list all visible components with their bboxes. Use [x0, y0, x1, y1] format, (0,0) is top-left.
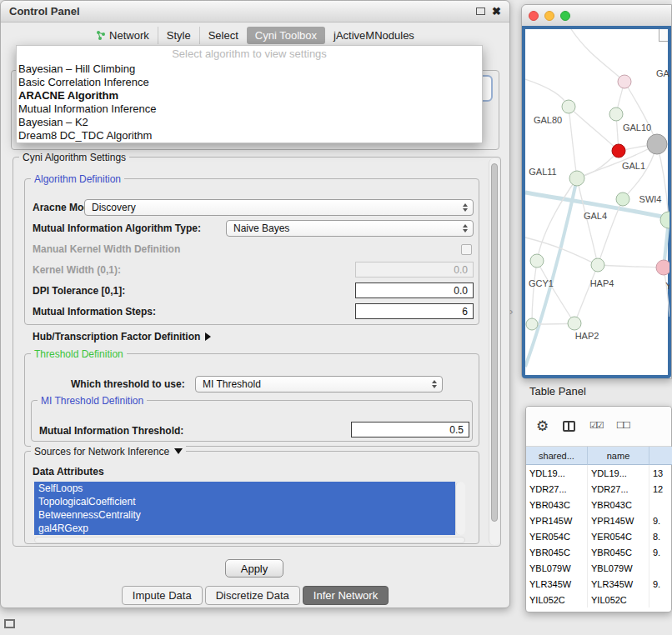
sources-group-title[interactable]: Sources for Network Inference	[31, 446, 186, 458]
column-header-partial[interactable]	[649, 447, 672, 465]
network-node[interactable]	[656, 260, 669, 275]
algorithm-option[interactable]: Dream8 DC_TDC Algorithm	[17, 129, 482, 142]
select-all-rows-icon[interactable]: ☑☑	[589, 420, 603, 431]
mi-threshold-input[interactable]: 0.5	[351, 422, 469, 438]
attribute-list-hscrollbar[interactable]	[34, 537, 465, 543]
cell-shared[interactable]: YIL052C	[526, 592, 588, 608]
algorithm-option[interactable]: Bayesian – K2	[17, 116, 482, 129]
tab-select[interactable]: Select	[199, 27, 247, 44]
dpi-tolerance-input[interactable]: 0.0	[355, 282, 474, 298]
cell-name[interactable]: YBR045C	[588, 544, 649, 560]
cell-shared[interactable]: YBL079W	[526, 560, 588, 576]
network-node[interactable]	[609, 108, 623, 121]
cell-name[interactable]: YPR145W	[588, 512, 649, 528]
node-label: GCY1	[529, 278, 554, 288]
zoom-window-icon[interactable]	[560, 11, 570, 21]
cell-name[interactable]: YIL052C	[588, 592, 649, 608]
algorithm-option[interactable]: Bayesian – Hill Climbing	[17, 62, 482, 76]
cell-shared[interactable]: YDL19...	[526, 465, 588, 481]
cell-value[interactable]: 13	[649, 465, 672, 481]
tab-discretize-data[interactable]: Discretize Data	[205, 586, 300, 605]
panel-collapse-arrow-icon[interactable]: ›	[509, 305, 513, 318]
birdseye-toggle[interactable]	[659, 29, 668, 42]
cell-name[interactable]: YBR043C	[588, 497, 649, 512]
cell-value[interactable]	[649, 497, 672, 512]
attribute-list-item[interactable]: gal4RGexp	[34, 522, 455, 535]
network-node[interactable]	[568, 317, 581, 330]
minimize-window-icon[interactable]	[544, 11, 554, 21]
network-node[interactable]	[591, 258, 604, 272]
cell-shared[interactable]: YBR043C	[526, 497, 588, 512]
cell-shared[interactable]: YDR27...	[526, 481, 588, 497]
network-graph[interactable]: GAL80 GAL10 GAL11 GAL1 SWI4 GAL4 GCY1 HA…	[525, 29, 669, 377]
which-threshold-select[interactable]: MI Threshold	[195, 376, 443, 392]
tab-cyni-toolbox[interactable]: Cyni Toolbox	[247, 27, 325, 44]
cell-value[interactable]: 12	[649, 481, 672, 497]
algorithm-option-selected[interactable]: ARACNE Algorithm	[17, 89, 482, 102]
network-node[interactable]	[660, 212, 669, 228]
cell-value[interactable]: 9.	[649, 512, 672, 528]
network-node[interactable]	[562, 100, 575, 113]
settings-scrollbar-thumb[interactable]	[491, 163, 498, 522]
cell-name[interactable]: YDL19...	[588, 465, 649, 481]
network-window-titlebar[interactable]	[522, 5, 671, 27]
deselect-all-rows-icon[interactable]: ☐☐	[616, 420, 629, 431]
mi-steps-input[interactable]: 6	[355, 303, 474, 319]
column-header-name[interactable]: name	[588, 447, 649, 465]
cell-name[interactable]: YDR27...	[588, 481, 649, 497]
tab-infer-network[interactable]: Infer Network	[303, 586, 389, 605]
control-panel-tabbar: Network Style Select Cyni Toolbox jActiv…	[1, 26, 509, 44]
network-node[interactable]	[569, 171, 584, 186]
cell-value[interactable]: 9.	[649, 576, 672, 592]
cell-name[interactable]: YBL079W	[588, 560, 649, 576]
manual-kernel-width-checkbox[interactable]	[461, 244, 472, 255]
cell-value[interactable]	[649, 592, 672, 608]
cell-shared[interactable]: YER054C	[526, 528, 588, 544]
network-node[interactable]	[616, 192, 629, 206]
network-node[interactable]	[647, 134, 667, 154]
attribute-list-item[interactable]: TopologicalCoefficient	[34, 495, 455, 508]
float-window-icon[interactable]	[476, 8, 485, 15]
attribute-list-item[interactable]: BetweennessCentrality	[34, 508, 455, 522]
aracne-mode-select[interactable]: Discovery	[84, 199, 474, 216]
gear-icon[interactable]: ⚙	[536, 418, 549, 435]
cell-shared[interactable]: YPR145W	[526, 512, 588, 528]
attribute-list-scrollbar[interactable]	[455, 482, 465, 535]
cell-value[interactable]: 9.	[649, 544, 672, 560]
dpi-tolerance-value: 0.0	[454, 285, 468, 297]
column-header-shared[interactable]: shared...	[526, 447, 588, 465]
cell-name[interactable]: YLR345W	[588, 576, 649, 592]
cell-shared[interactable]: YLR345W	[526, 576, 588, 592]
cell-name[interactable]: YER054C	[588, 528, 649, 544]
tab-jactivemnodules[interactable]: jActiveMNodules	[325, 27, 423, 44]
node-label: HAP4	[590, 278, 614, 288]
kernel-width-label: Kernel Width (0,1):	[33, 264, 121, 276]
close-icon[interactable]: ✖	[492, 5, 501, 18]
close-window-icon[interactable]	[529, 11, 539, 21]
select-columns-icon[interactable]	[563, 421, 575, 432]
threshold-definition-title: Threshold Definition	[31, 348, 127, 360]
attribute-list-item[interactable]: SelfLoops	[34, 482, 455, 495]
tab-impute-data[interactable]: Impute Data	[122, 586, 203, 605]
mi-algorithm-type-select[interactable]: Naive Bayes	[226, 220, 474, 237]
tab-style[interactable]: Style	[158, 27, 199, 44]
network-node[interactable]	[526, 318, 538, 330]
network-node[interactable]	[618, 75, 631, 88]
kernel-width-input[interactable]: 0.0	[355, 262, 474, 278]
bottom-tabbar: Impute Data Discretize Data Infer Networ…	[1, 586, 509, 605]
cell-value[interactable]	[649, 560, 672, 576]
algorithm-option[interactable]: Mutual Information Inference	[17, 102, 482, 116]
network-canvas[interactable]: GAL80 GAL10 GAL11 GAL1 SWI4 GAL4 GCY1 HA…	[522, 26, 671, 378]
network-node-gal10[interactable]	[612, 144, 625, 158]
apply-button[interactable]: Apply	[225, 559, 283, 578]
network-node[interactable]	[530, 254, 544, 268]
tab-network[interactable]: Network	[88, 27, 158, 44]
restore-panel-icon[interactable]	[4, 619, 15, 628]
algorithm-option[interactable]: Basic Correlation Inference	[17, 76, 482, 89]
cell-shared[interactable]: YBR045C	[526, 544, 588, 560]
control-panel-titlebar[interactable]: Control Panel ✖	[1, 1, 509, 22]
hub-definition-toggle[interactable]: Hub/Transcription Factor Definition	[33, 331, 211, 342]
settings-scrollbar[interactable]	[489, 158, 499, 545]
tab-label: Discretize Data	[216, 589, 289, 602]
cell-value[interactable]: 8.	[649, 528, 672, 544]
